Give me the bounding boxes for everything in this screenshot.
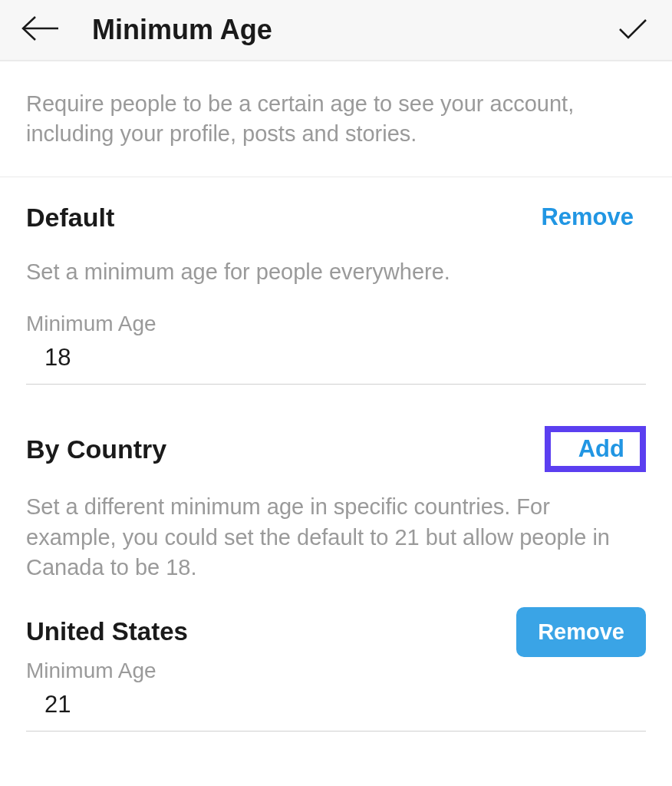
by-country-section: By Country Add Set a different minimum a… — [0, 385, 672, 731]
default-section-header: Default Remove — [26, 197, 646, 237]
by-country-section-header: By Country Add — [26, 426, 646, 472]
default-section: Default Remove Set a minimum age for peo… — [0, 177, 672, 385]
page-description-section: Require people to be a certain age to se… — [0, 61, 672, 177]
default-description: Set a minimum age for people everywhere. — [26, 257, 646, 287]
default-title: Default — [26, 203, 114, 233]
default-age-input[interactable]: 18 — [26, 344, 646, 385]
page-description: Require people to be a certain age to se… — [26, 89, 646, 149]
default-remove-button[interactable]: Remove — [529, 197, 646, 237]
country-age-input[interactable]: 21 — [26, 691, 646, 732]
country-entry: United States Remove Minimum Age 21 — [26, 607, 646, 732]
country-entry-header: United States Remove — [26, 607, 646, 657]
by-country-title: By Country — [26, 434, 166, 464]
back-arrow-icon[interactable] — [18, 14, 60, 46]
header-left: Minimum Age — [18, 14, 272, 46]
header-bar: Minimum Age — [0, 0, 672, 61]
by-country-description: Set a different minimum age in specific … — [26, 492, 646, 582]
country-field-label: Minimum Age — [26, 659, 646, 683]
country-remove-button[interactable]: Remove — [516, 607, 646, 657]
country-name: United States — [26, 617, 188, 646]
default-field-label: Minimum Age — [26, 312, 646, 336]
check-icon[interactable] — [617, 15, 649, 45]
page-title: Minimum Age — [92, 14, 272, 46]
add-country-button[interactable]: Add — [545, 426, 646, 472]
